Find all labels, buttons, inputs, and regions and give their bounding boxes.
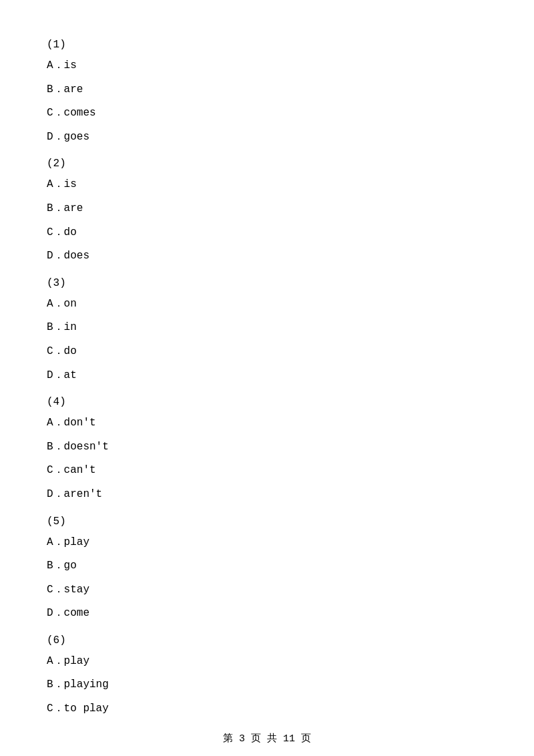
option-5-2: B．go <box>47 558 487 575</box>
question-number-4: (4) <box>47 396 487 408</box>
footer-text: 第 3 页 共 11 页 <box>223 733 311 745</box>
page-content: (1)A．isB．areC．comesD．goes(2)A．isB．areC．d… <box>0 0 534 756</box>
option-2-3: C．do <box>47 224 487 242</box>
option-4-2: B．doesn't <box>47 439 487 456</box>
question-number-3: (3) <box>47 277 487 289</box>
option-1-3: C．comes <box>47 105 487 122</box>
option-1-4: D．goes <box>47 129 487 146</box>
option-3-1: A．on <box>47 296 487 313</box>
option-5-4: D．come <box>47 605 487 622</box>
option-1-2: B．are <box>47 81 487 99</box>
option-2-1: A．is <box>47 176 487 194</box>
option-4-3: C．can't <box>47 462 487 480</box>
option-6-1: A．play <box>47 653 487 671</box>
option-3-3: C．do <box>47 343 487 361</box>
question-number-1: (1) <box>47 39 487 51</box>
page-footer: 第 3 页 共 11 页 <box>0 732 534 745</box>
option-2-2: B．are <box>47 200 487 218</box>
question-number-5: (5) <box>47 516 487 528</box>
question-number-2: (2) <box>47 158 487 170</box>
option-2-4: D．does <box>47 248 487 265</box>
question-number-6: (6) <box>47 634 487 646</box>
option-1-1: A．is <box>47 57 487 75</box>
option-5-1: A．play <box>47 534 487 552</box>
option-4-4: D．aren't <box>47 486 487 504</box>
option-3-2: B．in <box>47 319 487 337</box>
option-4-1: A．don't <box>47 415 487 432</box>
option-3-4: D．at <box>47 367 487 385</box>
option-6-3: C．to play <box>47 701 487 718</box>
option-5-3: C．stay <box>47 582 487 599</box>
option-6-2: B．playing <box>47 677 487 694</box>
